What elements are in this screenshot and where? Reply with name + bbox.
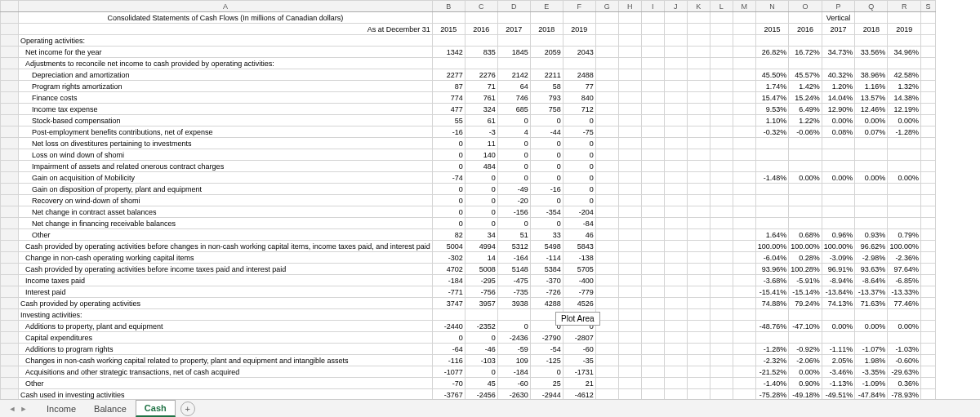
row-label[interactable]: Stock-based compensation [19, 115, 433, 126]
empty-cell[interactable] [733, 378, 755, 389]
empty-cell[interactable] [733, 138, 755, 149]
row-header[interactable] [1, 69, 19, 81]
pct-cell[interactable]: 16.72% [789, 47, 822, 58]
table-row[interactable]: Depreciation and amortization22772276214… [1, 69, 936, 81]
empty-cell[interactable] [595, 69, 618, 81]
empty-cell[interactable] [710, 264, 733, 275]
data-cell[interactable]: 0 [563, 172, 595, 184]
pct-cell[interactable]: 1.74% [755, 81, 789, 92]
pct-cell[interactable]: -1.28% [755, 344, 789, 355]
row-header[interactable] [1, 344, 19, 355]
empty-cell[interactable] [595, 104, 618, 115]
empty-cell[interactable] [920, 218, 935, 229]
empty-cell[interactable] [687, 298, 710, 309]
pct-cell[interactable] [755, 161, 789, 172]
table-row[interactable]: Net loss on divestitures pertaining to i… [1, 138, 936, 149]
row-header[interactable] [1, 264, 19, 275]
data-cell[interactable]: 0 [530, 218, 563, 229]
data-cell[interactable]: 5384 [530, 264, 563, 275]
data-cell[interactable]: 793 [530, 92, 563, 104]
row-header[interactable] [1, 275, 19, 286]
empty-cell[interactable] [733, 92, 755, 104]
pct-cell[interactable] [888, 58, 921, 69]
column-headers[interactable]: A B C D E F G H I J K L M N O P Q R S [1, 1, 936, 12]
empty-cell[interactable] [687, 149, 710, 161]
data-cell[interactable]: 0 [465, 218, 497, 229]
row-header[interactable] [1, 172, 19, 184]
pct-cell[interactable]: 96.62% [855, 241, 888, 252]
pct-cell[interactable]: -1.09% [855, 378, 888, 389]
data-cell[interactable]: 4288 [530, 298, 563, 309]
data-cell[interactable]: 5498 [530, 241, 563, 252]
row-header[interactable] [1, 378, 19, 389]
data-cell[interactable]: 0 [432, 218, 465, 229]
data-cell[interactable]: 712 [563, 104, 595, 115]
empty-cell[interactable] [687, 195, 710, 206]
empty-cell[interactable] [920, 389, 935, 400]
yearr-2019[interactable]: 2019 [888, 24, 921, 35]
empty-cell[interactable] [687, 389, 710, 400]
empty-cell[interactable] [641, 126, 664, 138]
pct-cell[interactable]: 26.82% [755, 47, 789, 58]
pct-cell[interactable] [755, 184, 789, 195]
yearr-2017[interactable]: 2017 [822, 24, 855, 35]
table-row[interactable]: Income taxes paid-184-295-475-370-400-3.… [1, 275, 936, 286]
data-cell[interactable]: 2277 [432, 69, 465, 81]
empty-cell[interactable] [733, 35, 755, 47]
empty-cell[interactable] [641, 332, 664, 344]
row-label[interactable]: Investing activities: [19, 309, 433, 321]
data-cell[interactable]: 64 [497, 81, 530, 92]
data-cell[interactable]: -370 [530, 275, 563, 286]
pct-cell[interactable]: -1.13% [822, 378, 855, 389]
pct-cell[interactable]: -47.84% [855, 389, 888, 400]
data-cell[interactable]: 0 [563, 149, 595, 161]
empty-cell[interactable] [595, 81, 618, 92]
data-cell[interactable]: 746 [497, 92, 530, 104]
empty-cell[interactable] [687, 378, 710, 389]
pct-cell[interactable]: 2.05% [822, 355, 855, 366]
data-cell[interactable]: -735 [497, 286, 530, 298]
data-cell[interactable]: -400 [563, 275, 595, 286]
row-header[interactable] [1, 92, 19, 104]
data-cell[interactable]: 0 [432, 138, 465, 149]
pct-cell[interactable] [755, 58, 789, 69]
data-cell[interactable]: 0 [465, 332, 497, 344]
empty-cell[interactable] [664, 355, 687, 366]
row-label[interactable]: Cash provided by operating activities [19, 298, 433, 309]
empty-cell[interactable] [687, 344, 710, 355]
table-row[interactable]: Net income for the year13428351845205920… [1, 47, 936, 58]
pct-cell[interactable]: 38.96% [855, 69, 888, 81]
pct-cell[interactable] [755, 35, 789, 47]
empty-cell[interactable] [920, 378, 935, 389]
table-row[interactable]: Cash provided by operating activities be… [1, 241, 936, 252]
data-cell[interactable]: -60 [497, 378, 530, 389]
empty-cell[interactable] [687, 81, 710, 92]
data-cell[interactable]: 51 [497, 229, 530, 241]
pct-cell[interactable]: 97.64% [888, 264, 921, 275]
data-cell[interactable]: 33 [530, 229, 563, 241]
data-cell[interactable]: -354 [530, 206, 563, 218]
data-cell[interactable]: 0 [432, 184, 465, 195]
pct-cell[interactable]: 0.08% [822, 126, 855, 138]
empty-cell[interactable] [595, 389, 618, 400]
data-cell[interactable]: -295 [465, 275, 497, 286]
empty-cell[interactable] [920, 69, 935, 81]
data-cell[interactable]: 25 [530, 378, 563, 389]
empty-cell[interactable] [664, 332, 687, 344]
row-header[interactable] [1, 104, 19, 115]
empty-cell[interactable] [595, 286, 618, 298]
data-cell[interactable]: -2944 [530, 389, 563, 400]
pct-cell[interactable]: 0.79% [888, 229, 921, 241]
empty-cell[interactable] [733, 218, 755, 229]
pct-cell[interactable]: 93.96% [755, 264, 789, 275]
empty-cell[interactable] [641, 389, 664, 400]
empty-cell[interactable] [664, 321, 687, 332]
empty-cell[interactable] [733, 104, 755, 115]
empty-cell[interactable] [920, 275, 935, 286]
table-row[interactable]: Post-employment benefits contributions, … [1, 126, 936, 138]
row-header[interactable] [1, 355, 19, 366]
pct-cell[interactable] [822, 35, 855, 47]
data-cell[interactable]: 21 [563, 378, 595, 389]
empty-cell[interactable] [618, 172, 641, 184]
row-label[interactable]: Adjustments to reconcile net income to c… [19, 58, 433, 69]
